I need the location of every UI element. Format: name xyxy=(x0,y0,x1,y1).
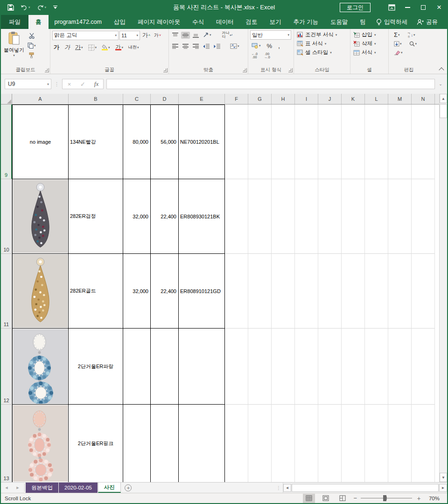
column-header-E[interactable]: E xyxy=(179,94,225,104)
cell-G10[interactable] xyxy=(248,179,272,254)
cell-M13[interactable] xyxy=(388,405,412,482)
cell-F10[interactable] xyxy=(225,179,248,254)
row-header-11[interactable]: 11 xyxy=(1,254,12,329)
clipboard-dialog-launcher[interactable] xyxy=(45,68,49,72)
cell-G9[interactable] xyxy=(248,105,272,179)
maximize-button[interactable] xyxy=(415,0,431,15)
paste-dropdown[interactable]: ▾ xyxy=(13,54,15,57)
align-middle-button[interactable] xyxy=(181,32,190,39)
select-all-corner[interactable] xyxy=(1,94,12,104)
column-header-N[interactable]: N xyxy=(412,94,435,104)
cell-J12[interactable] xyxy=(318,329,342,405)
cell-L11[interactable] xyxy=(365,254,388,329)
underline-button[interactable]: 가▾ xyxy=(74,42,84,52)
vertical-scroll-thumb[interactable] xyxy=(440,104,447,118)
italic-button[interactable]: 가 xyxy=(63,42,71,52)
cell-N11[interactable] xyxy=(412,254,435,329)
cell-B11-item-name[interactable]: 282ER골드 xyxy=(69,254,123,329)
cell-I11[interactable] xyxy=(295,254,318,329)
zoom-in-button[interactable]: ＋ xyxy=(416,494,422,503)
cell-L12[interactable] xyxy=(365,329,388,405)
cell-B10-item-name[interactable]: 282ER검정 xyxy=(69,179,123,254)
align-right-button[interactable] xyxy=(191,43,200,50)
new-sheet-button[interactable]: ＋ xyxy=(121,483,135,493)
tab-insert[interactable]: 삽입 xyxy=(108,15,132,29)
font-size-select[interactable]: 11 ▾ xyxy=(119,31,140,40)
scroll-down-button[interactable]: ▼ xyxy=(440,473,447,482)
cell-H9[interactable] xyxy=(272,105,295,179)
cell-M12[interactable] xyxy=(388,329,412,405)
name-box-dropdown[interactable]: ▾ xyxy=(47,82,49,86)
increase-decimal-button[interactable]: ←.0.00 xyxy=(250,51,259,60)
cell-G13[interactable] xyxy=(248,405,272,482)
cell-N9[interactable] xyxy=(412,105,435,179)
column-header-D[interactable]: D xyxy=(151,94,179,104)
column-header-B[interactable]: B xyxy=(69,94,123,104)
cell-styles-button[interactable]: 셀 스타일▾ xyxy=(297,48,348,57)
font-color-button[interactable]: 가 ▾ xyxy=(114,43,125,51)
column-header-G[interactable]: G xyxy=(248,94,272,104)
column-header-I[interactable]: I xyxy=(295,94,318,104)
cell-N12[interactable] xyxy=(412,329,435,405)
fill-color-button[interactable]: ▾ xyxy=(100,43,112,51)
cell-K12[interactable] xyxy=(342,329,365,405)
sheet-nav-prev-button[interactable]: ◄ xyxy=(1,483,12,493)
cell-E11-code[interactable]: ER808910121GD xyxy=(179,254,225,329)
cell-K13[interactable] xyxy=(342,405,365,482)
formula-input[interactable] xyxy=(106,79,435,89)
tab-program1472[interactable]: program1472.com xyxy=(49,15,108,29)
delete-cells-button[interactable]: 삭제▾ xyxy=(353,39,386,48)
cell-F11[interactable] xyxy=(225,254,248,329)
number-dialog-launcher[interactable] xyxy=(288,68,293,72)
row-header-10[interactable]: 10 xyxy=(1,179,12,254)
sheet-tab-photos[interactable]: 사진 xyxy=(98,483,121,493)
cell-E12-code[interactable] xyxy=(179,329,225,405)
expand-formula-bar-button[interactable]: ⌄ xyxy=(437,82,444,86)
alignment-dialog-launcher[interactable] xyxy=(243,68,247,72)
cell-F9[interactable] xyxy=(225,105,248,179)
tell-me-box[interactable]: 입력하세 xyxy=(372,18,411,26)
cell-D9-sale[interactable]: 56,000 xyxy=(151,105,179,179)
comma-button[interactable]: , xyxy=(277,41,281,50)
cell-C13-price[interactable] xyxy=(123,405,151,482)
tab-data[interactable]: 데이터 xyxy=(210,15,240,29)
cell-M10[interactable] xyxy=(388,179,412,254)
increase-font-button[interactable]: 가˄ xyxy=(141,30,152,40)
decrease-indent-button[interactable] xyxy=(202,43,211,50)
sheet-nav-next-button[interactable]: ► xyxy=(12,483,23,493)
redo-dropdown[interactable]: ▾ xyxy=(45,6,47,9)
horizontal-scrollbar[interactable]: ◄ ► xyxy=(283,483,447,493)
sort-filter-button[interactable]: ㄱㅎ↓▾ xyxy=(406,31,417,39)
column-header-H[interactable]: H xyxy=(272,94,295,104)
tabbar-splitter[interactable]: ⋮ xyxy=(274,483,283,493)
cell-B13-item-name[interactable]: 2단거울ER핑크 xyxy=(69,405,123,482)
tab-file[interactable]: 파일 xyxy=(1,15,28,29)
tab-home[interactable]: 홈 xyxy=(28,15,49,29)
cell-A9-photo[interactable]: no image xyxy=(12,105,69,179)
cell-L9[interactable] xyxy=(365,105,388,179)
save-button[interactable] xyxy=(7,4,14,11)
cell-N10[interactable] xyxy=(412,179,435,254)
product-image-black-earring[interactable] xyxy=(13,179,68,253)
name-box[interactable]: U9 ▾ xyxy=(5,79,51,89)
insert-cells-button[interactable]: 삽입▾ xyxy=(353,30,386,39)
cell-I10[interactable] xyxy=(295,179,318,254)
scroll-left-button[interactable]: ◄ xyxy=(283,484,291,492)
tab-view[interactable]: 보기 xyxy=(263,15,287,29)
tab-help[interactable]: 도움말 xyxy=(324,15,354,29)
enter-formula-button[interactable]: ✓ xyxy=(76,81,90,88)
share-button[interactable]: 공유 xyxy=(413,18,441,26)
cell-E10-code[interactable]: ER808930121BK xyxy=(179,179,225,254)
phonetic-dropdown[interactable]: ▾ xyxy=(137,46,139,49)
cell-A10-photo[interactable] xyxy=(12,179,69,254)
row-header-13[interactable]: 13 xyxy=(1,405,12,482)
cell-J9[interactable] xyxy=(318,105,342,179)
cell-H10[interactable] xyxy=(272,179,295,254)
conditional-formatting-button[interactable]: 조건부 서식▾ xyxy=(297,30,348,39)
decrease-font-button[interactable]: 가˅ xyxy=(153,31,162,40)
cell-D11-sale[interactable]: 22,400 xyxy=(151,254,179,329)
tab-formulas[interactable]: 수식 xyxy=(186,15,210,29)
cell-K10[interactable] xyxy=(342,179,365,254)
vertical-scrollbar[interactable]: ▲ ▼ xyxy=(439,94,447,482)
column-header-J[interactable]: J xyxy=(318,94,342,104)
